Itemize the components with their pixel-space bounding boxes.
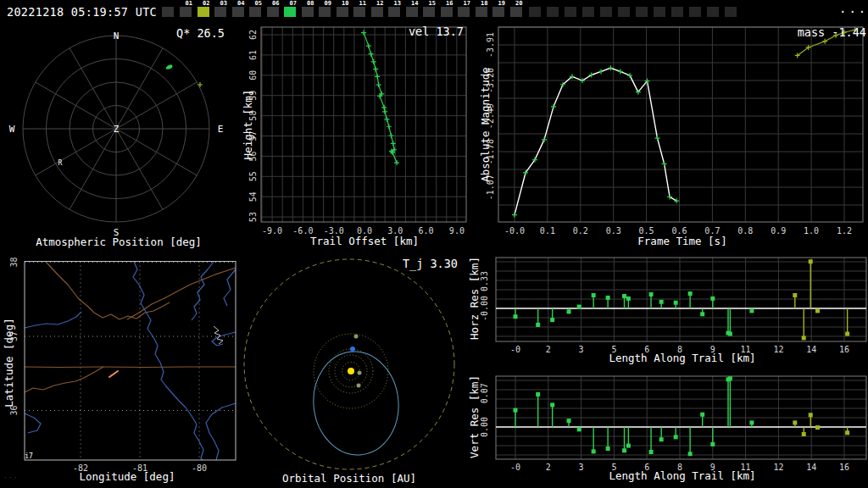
overflow-menu[interactable]: ... [839, 2, 868, 15]
frame-indicator[interactable] [707, 7, 719, 17]
frame-indicator-number: 11 [359, 1, 366, 7]
frame-indicator[interactable] [565, 7, 576, 17]
mass-label: mass -1.44 [746, 25, 866, 39]
frame-indicator[interactable] [725, 7, 737, 17]
orbital-position-plot [237, 252, 462, 473]
atmospheric-position-plot: NSWEZR [0, 24, 237, 252]
svg-text:-0: -0 [510, 345, 520, 354]
frame-indicator-03[interactable]: 03 [214, 7, 226, 17]
svg-text:R: R [58, 159, 63, 167]
svg-text:0.33: 0.33 [480, 271, 489, 291]
svg-text:16: 16 [839, 345, 849, 354]
frame-indicator-number: 05 [255, 1, 262, 7]
frame-indicator-number: 01 [186, 1, 192, 7]
frame-indicator[interactable] [689, 7, 701, 17]
frame-indicator[interactable] [671, 7, 683, 17]
frame-indicator-number: 17 [464, 1, 470, 7]
q-value-label: Q* 26.5 [127, 26, 225, 40]
orbital-plot-title: Orbital Position [AU] [248, 472, 451, 485]
frame-indicator-number: 08 [307, 1, 314, 7]
svg-text:55: 55 [248, 171, 258, 181]
utc-timestamp: 20221218 05:19:57 UTC [7, 5, 157, 19]
frame-indicator-number: 06 [272, 1, 279, 7]
frame-indicator[interactable] [636, 7, 648, 17]
height-profile-plot: -9.0-6.0-3.00.03.06.09.05354555657585960… [237, 24, 475, 252]
vert-res-axis-title: Vert Res [km] [468, 375, 481, 458]
frame-indicator-06[interactable]: 06 [267, 7, 279, 17]
frame-indicator-09[interactable]: 09 [319, 7, 331, 17]
svg-text:N: N [114, 30, 120, 42]
svg-text:-0: -0 [510, 463, 520, 472]
height-axis-title: Height [km] [242, 90, 254, 160]
svg-text:-3.91: -3.91 [486, 32, 495, 58]
ground-track-map: -82-81-80383736i7 [0, 252, 237, 488]
svg-text:-0.00: -0.00 [480, 296, 489, 321]
svg-text:W: W [9, 124, 15, 135]
frame-indicator-number: 09 [325, 1, 331, 7]
frame-indicator-14[interactable]: 14 [406, 7, 418, 17]
velocity-label: vel 13.7 [364, 25, 464, 38]
svg-text:53: 53 [248, 212, 258, 222]
tisserand-label: T_j 3.30 [356, 257, 458, 270]
svg-text:E: E [218, 124, 224, 135]
frame-indicator-12[interactable]: 12 [371, 7, 383, 17]
frame-indicator-19[interactable]: 19 [492, 7, 504, 17]
svg-text:Z: Z [114, 124, 120, 135]
meteor-dashboard: { "header": { "timestamp": "20221218 05:… [0, 0, 868, 488]
latitude-axis-title: Latitude [deg] [3, 318, 15, 407]
length-along-trail-axis-title-1: Length Along Trail [km] [526, 352, 839, 364]
svg-text:60: 60 [248, 70, 258, 80]
frame-indicator[interactable] [618, 7, 630, 17]
frame-indicator-17[interactable]: 17 [458, 7, 470, 17]
frame-indicator-10[interactable]: 10 [337, 7, 348, 17]
frame-indicator-number: 18 [481, 1, 487, 7]
svg-text:54: 54 [248, 191, 258, 202]
frame-indicator-number: 16 [446, 1, 453, 7]
svg-text:0.07: 0.07 [480, 383, 489, 403]
magnitude-axis-title: Absolute Magnitude [479, 67, 492, 181]
frame-indicator-number: 15 [429, 1, 436, 7]
frame-time-axis-title: Frame Time [s] [526, 235, 839, 247]
trail-offset-axis-title: Trail Offset [km] [263, 235, 466, 247]
frame-indicator-08[interactable]: 08 [302, 7, 314, 17]
svg-text:0.00: 0.00 [480, 417, 489, 437]
frame-indicator[interactable] [162, 7, 174, 17]
frame-indicator-number: 14 [411, 1, 418, 7]
frame-indicator-number: 12 [376, 1, 383, 7]
frame-indicator-number: 04 [237, 1, 244, 7]
frame-indicator-number: 02 [203, 1, 209, 7]
light-curve-plot: -0.00.10.20.30.50.60.70.80.91.01.2-3.91-… [475, 24, 868, 252]
polar-plot-title: Atmospheric Position [deg] [0, 236, 237, 248]
frame-indicator-02[interactable]: 02 [198, 7, 209, 17]
frame-indicator-04[interactable]: 04 [232, 7, 244, 17]
svg-text:38: 38 [9, 257, 19, 267]
frame-indicator-number: 19 [498, 1, 505, 7]
frame-indicator-13[interactable]: 13 [388, 7, 400, 17]
frame-indicator-15[interactable]: 15 [423, 7, 435, 17]
frame-indicator-number: 13 [394, 1, 401, 7]
frame-indicator-11[interactable]: 11 [353, 7, 365, 17]
frame-indicator-01[interactable]: 01 [180, 7, 192, 17]
frame-indicator-07[interactable]: 07 [284, 7, 296, 17]
frame-indicator-20[interactable]: 20 [510, 7, 522, 17]
frame-indicator-16[interactable]: 16 [441, 7, 453, 17]
frame-indicator-18[interactable]: 18 [476, 7, 487, 17]
frame-indicator-number: 10 [342, 1, 348, 7]
longitude-axis-title: Longitude [deg] [25, 470, 229, 483]
frame-indicator[interactable] [600, 7, 612, 17]
frame-indicator-number: 20 [515, 1, 522, 7]
frame-indicator-number: 03 [220, 1, 227, 7]
frame-indicator-05[interactable]: 05 [249, 7, 261, 17]
frame-indicator[interactable] [529, 7, 541, 17]
svg-text:62: 62 [248, 30, 258, 40]
svg-text:i7: i7 [25, 452, 33, 460]
horz-res-axis-title: Horz Res [km] [468, 257, 481, 340]
watermark: ··· [3, 474, 18, 482]
frame-indicator[interactable] [547, 7, 559, 17]
frame-indicator[interactable] [582, 7, 594, 17]
svg-text:16: 16 [839, 463, 849, 472]
frame-indicator[interactable] [654, 7, 665, 17]
length-along-trail-axis-title-2: Length Along Trail [km] [526, 469, 839, 482]
svg-text:-0.0: -0.0 [504, 226, 525, 236]
svg-text:61: 61 [248, 50, 258, 60]
